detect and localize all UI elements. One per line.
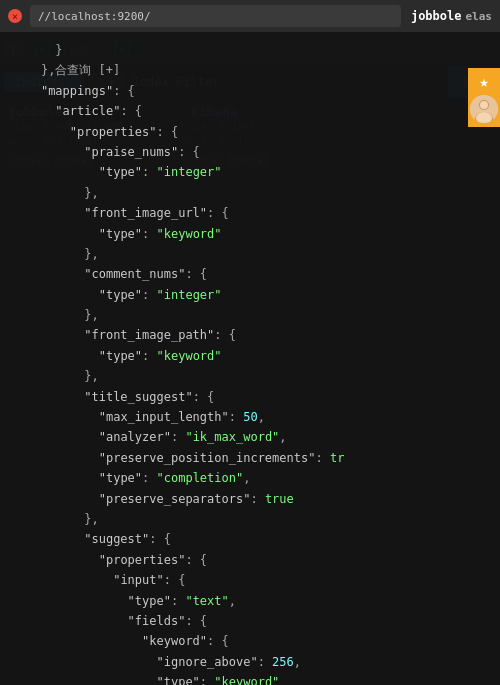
json-line: "type": "completion", — [12, 468, 488, 488]
json-line: "properties": { — [12, 550, 488, 570]
url-text: //localhost:9200/ — [38, 10, 151, 23]
json-line: "fields": { — [12, 611, 488, 631]
json-line: }, — [12, 305, 488, 325]
json-line: "type": "keyword" — [12, 672, 488, 685]
json-line: }, — [12, 183, 488, 203]
json-line: "type": "keyword" — [12, 224, 488, 244]
close-icon: × — [12, 11, 18, 22]
json-line: "type": "integer" — [12, 285, 488, 305]
svg-point-3 — [480, 101, 488, 109]
json-line: "mappings": { — [12, 81, 488, 101]
json-overlay[interactable]: } },合查询 [+] "mappings": { "article": { "… — [0, 32, 500, 685]
json-line: "article": { — [12, 101, 488, 121]
json-line: "front_image_path": { — [12, 325, 488, 345]
sidebar-right: ★ — [468, 68, 500, 127]
json-line: } — [12, 40, 488, 60]
json-line: },合查询 [+] — [12, 60, 488, 80]
json-line: "ignore_above": 256, — [12, 652, 488, 672]
close-button[interactable]: × — [8, 9, 22, 23]
json-line: "preserve_position_increments": tr — [12, 448, 488, 468]
json-line: "type": "keyword" — [12, 346, 488, 366]
json-line: "comment_nums": { — [12, 264, 488, 284]
json-line: "keyword": { — [12, 631, 488, 651]
json-line: "front_image_url": { — [12, 203, 488, 223]
json-line: }, — [12, 366, 488, 386]
json-line: "max_input_length": 50, — [12, 407, 488, 427]
json-line: "properties": { — [12, 122, 488, 142]
avatar — [470, 95, 498, 123]
json-line: "praise_nums": { — [12, 142, 488, 162]
json-line: "title_suggest": { — [12, 387, 488, 407]
star-icon[interactable]: ★ — [479, 72, 489, 91]
json-line: "preserve_separators": true — [12, 489, 488, 509]
json-line: }, — [12, 244, 488, 264]
tab-secondary: elas — [466, 10, 493, 23]
url-bar[interactable]: //localhost:9200/ — [30, 5, 401, 27]
browser-top-bar: × //localhost:9200/ jobbole elas — [0, 0, 500, 32]
json-line: "analyzer": "ik_max_word", — [12, 427, 488, 447]
json-line: "suggest": { — [12, 529, 488, 549]
json-line: "input": { — [12, 570, 488, 590]
tab-label: jobbole — [411, 9, 462, 23]
json-line: "type": "text", — [12, 591, 488, 611]
json-line: "type": "integer" — [12, 162, 488, 182]
json-line: }, — [12, 509, 488, 529]
